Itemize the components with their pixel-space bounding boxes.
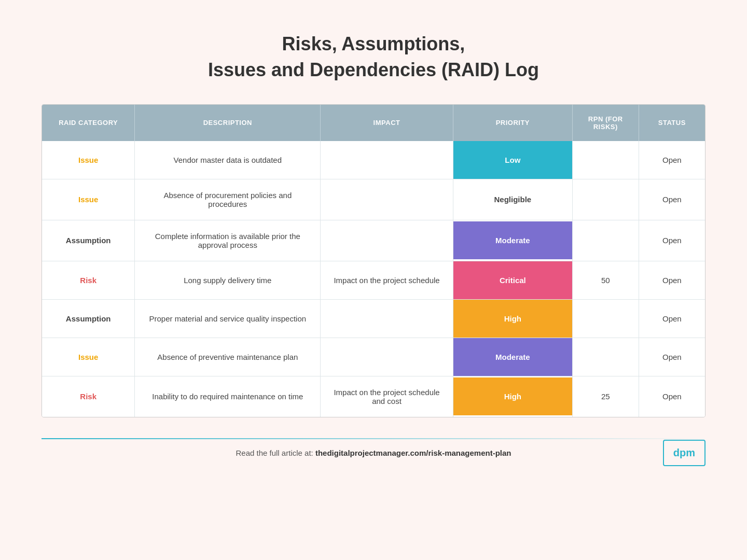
table-row: IssueAbsence of preventive maintenance p… bbox=[42, 338, 705, 376]
table-row: RiskLong supply delivery timeImpact on t… bbox=[42, 261, 705, 299]
cell-priority: Low bbox=[453, 141, 572, 179]
table-row: IssueVendor master data is outdatedLowOp… bbox=[42, 141, 705, 179]
page-title: Risks, Assumptions, Issues and Dependenc… bbox=[208, 31, 539, 83]
cell-priority: Critical bbox=[453, 261, 572, 299]
cell-rpn: 50 bbox=[572, 261, 639, 299]
footer-line bbox=[42, 438, 706, 439]
raid-table-container: RAID CATEGORY DESCRIPTION IMPACT PRIORIT… bbox=[42, 104, 706, 417]
cell-description: Absence of preventive maintenance plan bbox=[135, 338, 321, 376]
cell-priority: High bbox=[453, 299, 572, 338]
cell-category: Risk bbox=[42, 261, 135, 299]
cell-status: Open bbox=[639, 376, 705, 417]
cell-status: Open bbox=[639, 261, 705, 299]
cell-rpn bbox=[572, 220, 639, 261]
cell-rpn bbox=[572, 338, 639, 376]
footer: Read the full article at: thedigitalproj… bbox=[42, 438, 706, 457]
cell-description: Proper material and service quality insp… bbox=[135, 299, 321, 338]
cell-status: Open bbox=[639, 299, 705, 338]
cell-status: Open bbox=[639, 338, 705, 376]
header-impact: IMPACT bbox=[321, 105, 453, 141]
cell-rpn bbox=[572, 179, 639, 220]
cell-priority: Moderate bbox=[453, 220, 572, 261]
cell-status: Open bbox=[639, 141, 705, 179]
cell-description: Complete information is available prior … bbox=[135, 220, 321, 261]
cell-rpn: 25 bbox=[572, 376, 639, 417]
cell-impact bbox=[321, 338, 453, 376]
title-section: Risks, Assumptions, Issues and Dependenc… bbox=[208, 31, 539, 83]
dpm-logo: dpm bbox=[663, 440, 706, 466]
footer-text: Read the full article at: thedigitalproj… bbox=[236, 449, 511, 457]
cell-category: Issue bbox=[42, 338, 135, 376]
table-row: RiskInability to do required maintenance… bbox=[42, 376, 705, 417]
table-row: AssumptionComplete information is availa… bbox=[42, 220, 705, 261]
table-row: IssueAbsence of procurement policies and… bbox=[42, 179, 705, 220]
header-description: DESCRIPTION bbox=[135, 105, 321, 141]
cell-category: Risk bbox=[42, 376, 135, 417]
header-rpn: RPN (FOR RISKS) bbox=[572, 105, 639, 141]
header-priority: PRIORITY bbox=[453, 105, 572, 141]
cell-description: Absence of procurement policies and proc… bbox=[135, 179, 321, 220]
cell-description: Inability to do required maintenance on … bbox=[135, 376, 321, 417]
cell-status: Open bbox=[639, 179, 705, 220]
cell-impact bbox=[321, 141, 453, 179]
cell-impact: Impact on the project schedule bbox=[321, 261, 453, 299]
table-row: AssumptionProper material and service qu… bbox=[42, 299, 705, 338]
raid-table: RAID CATEGORY DESCRIPTION IMPACT PRIORIT… bbox=[42, 105, 705, 417]
header-status: STATUS bbox=[639, 105, 705, 141]
cell-impact bbox=[321, 299, 453, 338]
cell-category: Assumption bbox=[42, 220, 135, 261]
cell-status: Open bbox=[639, 220, 705, 261]
table-header-row: RAID CATEGORY DESCRIPTION IMPACT PRIORIT… bbox=[42, 105, 705, 141]
cell-rpn bbox=[572, 141, 639, 179]
cell-category: Assumption bbox=[42, 299, 135, 338]
cell-impact bbox=[321, 179, 453, 220]
cell-description: Vendor master data is outdated bbox=[135, 141, 321, 179]
logo-text: dpm bbox=[673, 447, 695, 458]
cell-rpn bbox=[572, 299, 639, 338]
cell-priority: Moderate bbox=[453, 338, 572, 376]
cell-category: Issue bbox=[42, 179, 135, 220]
cell-description: Long supply delivery time bbox=[135, 261, 321, 299]
cell-priority: Negligible bbox=[453, 179, 572, 220]
cell-category: Issue bbox=[42, 141, 135, 179]
footer-link: thedigitalprojectmanager.com/risk-manage… bbox=[315, 449, 511, 457]
cell-impact bbox=[321, 220, 453, 261]
cell-priority: High bbox=[453, 376, 572, 417]
cell-impact: Impact on the project schedule and cost bbox=[321, 376, 453, 417]
header-category: RAID CATEGORY bbox=[42, 105, 135, 141]
